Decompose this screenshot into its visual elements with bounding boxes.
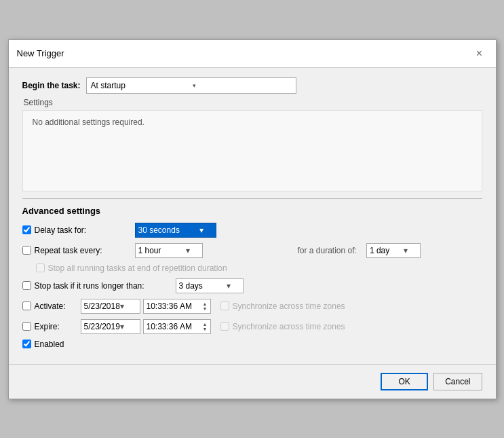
expire-sync-label: Synchronize across time zones [233,322,345,331]
enabled-checkbox[interactable] [22,340,31,348]
repeat-task-checkbox-label[interactable]: Repeat task every: [22,246,131,255]
activate-time: 10:33:36 AM [147,302,201,311]
duration-dropdown[interactable]: 1 day ▾ [366,243,421,258]
stop-running-row: Stop all running tasks at end of repetit… [36,263,482,273]
repeat-task-dropdown[interactable]: 1 hour ▾ [135,243,203,258]
settings-section-label: Settings [22,98,482,107]
stop-running-checkbox[interactable] [36,263,45,272]
expire-label: Expire: [35,322,60,331]
enabled-label: Enabled [35,340,64,349]
enabled-checkbox-label[interactable]: Enabled [22,340,131,349]
repeat-task-value: 1 hour [138,246,161,255]
cancel-button[interactable]: Cancel [433,373,482,390]
begin-task-arrow: ▾ [193,82,292,89]
stop-longer-label: Stop task if it runs longer than: [35,281,144,291]
activate-sync-label: Synchronize across time zones [233,302,345,311]
activate-sync-container: Synchronize across time zones [220,302,345,311]
activate-time-up[interactable]: ▲ [203,302,208,306]
duration-label: for a duration of: [298,246,357,255]
stop-longer-row: Stop task if it runs longer than: 3 days… [22,278,482,293]
delay-task-checkbox[interactable] [22,225,31,234]
expire-time-field[interactable]: 10:33:36 AM ▲ ▼ [143,319,211,334]
delay-task-dropdown[interactable]: 30 seconds ▾ [135,223,216,238]
expire-sync-checkbox[interactable] [220,322,229,331]
dialog-footer: OK Cancel [9,364,496,399]
ok-button[interactable]: OK [381,373,428,390]
activate-time-field[interactable]: 10:33:36 AM ▲ ▼ [143,299,211,314]
begin-task-label: Begin the task: [22,81,81,90]
activate-sync-checkbox[interactable] [220,302,229,310]
expire-date-field[interactable]: 5/23/2019 ▾ [81,319,140,334]
duration-value: 1 day [370,246,389,255]
repeat-task-row: Repeat task every: 1 hour ▾ for a durati… [22,243,482,258]
delay-task-row: Delay task for: 30 seconds ▾ [22,223,482,238]
activate-checkbox[interactable] [22,302,31,310]
delay-task-checkbox-label[interactable]: Delay task for: [22,225,131,235]
activate-time-down[interactable]: ▼ [203,306,208,311]
stop-longer-checkbox[interactable] [22,281,31,290]
divider [22,198,482,199]
enabled-row: Enabled [22,340,482,349]
stop-longer-value: 3 days [179,281,203,291]
activate-date-arrow: ▾ [120,302,137,311]
expire-row: Expire: 5/23/2019 ▾ 10:33:36 AM ▲ ▼ Sync… [22,319,482,334]
duration-arrow: ▾ [404,246,408,255]
activate-row: Activate: 5/23/2018 ▾ 10:33:36 AM ▲ ▼ Sy… [22,299,482,314]
expire-time: 10:33:36 AM [147,322,201,331]
expire-time-up[interactable]: ▲ [203,322,208,327]
expire-checkbox[interactable] [22,322,31,331]
stop-longer-checkbox-label[interactable]: Stop task if it runs longer than: [22,281,172,291]
repeat-task-arrow: ▾ [186,246,190,255]
stop-longer-dropdown[interactable]: 3 days ▾ [176,278,244,293]
expire-time-down[interactable]: ▼ [203,327,208,331]
title-bar: New Trigger × [9,40,496,68]
dialog-body: Begin the task: At startup ▾ Settings No… [9,68,496,364]
begin-task-value: At startup [91,81,190,90]
delay-task-arrow: ▾ [199,225,203,235]
delay-task-value: 30 seconds [138,225,180,235]
expire-sync-container: Synchronize across time zones [220,322,345,331]
begin-task-row: Begin the task: At startup ▾ [22,77,482,94]
activate-date: 5/23/2018 [84,302,120,311]
delay-task-label: Delay task for: [35,225,87,235]
settings-info-box: No additional settings required. [22,110,482,191]
stop-longer-arrow: ▾ [227,281,231,291]
expire-checkbox-label[interactable]: Expire: [22,322,77,331]
expire-date-arrow: ▾ [120,322,137,331]
activate-date-field[interactable]: 5/23/2018 ▾ [81,299,140,314]
dialog-title: New Trigger [17,48,64,58]
close-button[interactable]: × [471,45,488,62]
repeat-task-label: Repeat task every: [35,246,102,255]
advanced-settings-label: Advanced settings [22,206,482,216]
stop-running-label: Stop all running tasks at end of repetit… [48,263,227,273]
expire-time-spinners[interactable]: ▲ ▼ [203,322,208,331]
expire-date: 5/23/2019 [84,322,120,331]
settings-info-text: No additional settings required. [33,117,144,127]
activate-label: Activate: [35,302,66,311]
activate-checkbox-label[interactable]: Activate: [22,302,77,311]
begin-task-dropdown[interactable]: At startup ▾ [86,77,296,94]
repeat-task-checkbox[interactable] [22,246,31,255]
new-trigger-dialog: New Trigger × Begin the task: At startup… [8,39,497,399]
stop-running-checkbox-label[interactable]: Stop all running tasks at end of repetit… [36,263,227,273]
activate-time-spinners[interactable]: ▲ ▼ [203,302,208,311]
